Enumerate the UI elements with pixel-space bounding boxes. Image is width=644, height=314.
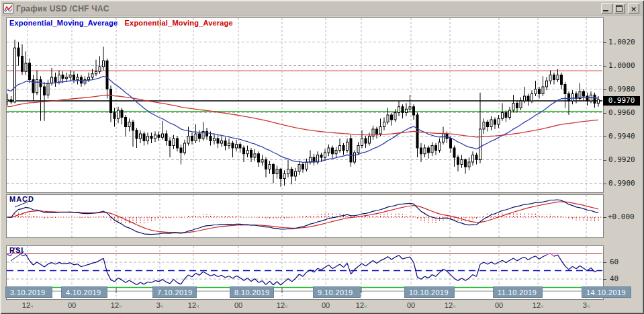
candle-body <box>339 146 341 151</box>
price-axis-label: 0.9980 <box>608 85 635 93</box>
maximize-button[interactable] <box>614 3 625 13</box>
candle-body <box>549 75 551 81</box>
candle-body <box>524 96 526 101</box>
candle-body <box>147 136 149 141</box>
rsi-line-segment <box>425 276 429 278</box>
rsi-line-segment <box>56 262 60 264</box>
rsi-line-segment <box>122 280 126 282</box>
candle-body <box>224 141 226 146</box>
rsi-line-segment <box>207 274 211 276</box>
candle-body <box>328 148 330 153</box>
rsi-line-segment <box>340 264 344 268</box>
rsi-line-segment <box>399 256 403 260</box>
candle-body <box>468 162 470 167</box>
candle-body <box>398 107 400 113</box>
rsi-line-segment <box>126 280 130 282</box>
price-chart-canvas[interactable] <box>7 18 603 192</box>
candle-body <box>21 56 24 72</box>
candle-body <box>173 139 175 146</box>
candle-body <box>347 142 349 150</box>
candle-body <box>95 71 97 74</box>
candle-body <box>406 109 408 112</box>
rsi-line-segment <box>181 278 185 284</box>
candle-body <box>17 48 19 56</box>
candle-body <box>361 139 363 146</box>
candle-body <box>553 75 555 80</box>
candle-body <box>483 122 485 130</box>
candle-body <box>143 134 145 141</box>
rsi-line-segment <box>465 278 469 281</box>
time-axis-label: 00 <box>228 301 248 309</box>
candle-body <box>276 169 278 174</box>
candle-body <box>443 134 445 142</box>
candle-body <box>431 146 433 153</box>
close-button[interactable]: × <box>628 3 639 13</box>
time-axis-label: 12ч <box>440 301 460 309</box>
rsi-line-segment <box>248 278 252 281</box>
rsi-line-segment <box>539 257 543 259</box>
rsi-line-segment <box>174 279 178 282</box>
rsi-line-segment <box>558 255 562 261</box>
candle-body <box>66 77 68 79</box>
rsi-line-segment <box>133 282 137 284</box>
price-pane[interactable]: Exponential_Moving_Average Exponential_M… <box>6 17 604 193</box>
rsi-line-segment <box>22 255 26 256</box>
rsi-line-segment <box>111 280 115 281</box>
hour-suffix: ч <box>196 303 199 309</box>
rsi-line-segment <box>170 279 174 283</box>
candle-body <box>512 104 514 111</box>
rsi-pane[interactable]: RSI <box>6 245 604 300</box>
price-axis-label: 1.0020 <box>608 38 635 46</box>
candle-body <box>73 75 75 80</box>
title-bar[interactable]: График USD /CHF ЧАС × <box>2 2 642 15</box>
rsi-line-segment <box>406 257 410 258</box>
indicator-legend: Exponential_Moving_Average Exponential_M… <box>9 19 233 27</box>
candle-body <box>54 77 56 82</box>
candle-body <box>246 151 248 154</box>
candle-body <box>283 174 285 179</box>
candle-body <box>29 63 31 80</box>
rsi-line-segment <box>332 267 336 269</box>
candle-body <box>228 143 230 146</box>
rsi-chart-canvas[interactable] <box>7 246 603 299</box>
candle-body <box>295 171 297 176</box>
candle-body <box>254 154 256 157</box>
time-axis-label: 3ч <box>576 301 596 309</box>
macd-chart-canvas[interactable] <box>7 195 603 237</box>
macd-axis-label: +0.000 <box>608 212 635 221</box>
rsi-line-segment <box>443 269 447 271</box>
candle-body <box>354 153 356 162</box>
candle-body <box>236 145 238 148</box>
chart-window-icon <box>3 3 13 13</box>
candle-body <box>453 148 455 157</box>
hour-suffix: ч <box>30 303 33 309</box>
rsi-line-segment <box>514 258 518 261</box>
hour-suffix: ч <box>587 303 590 309</box>
hour-suffix: ч <box>453 303 455 309</box>
rsi-line-segment <box>85 264 89 265</box>
time-axis-label: 12ч <box>106 301 126 309</box>
candle-body <box>369 136 371 144</box>
candle-body <box>583 91 585 96</box>
rsi-line-segment <box>473 274 477 276</box>
minimize-button[interactable] <box>601 3 612 13</box>
rsi-line-segment <box>532 256 536 258</box>
rsi-line-segment <box>392 257 396 260</box>
candle-body <box>310 157 312 162</box>
candle-body <box>332 148 334 154</box>
candle-body <box>465 160 467 167</box>
rsi-line-segment <box>185 275 189 279</box>
time-axis-label: 00 <box>401 301 421 309</box>
candle-body <box>47 83 49 95</box>
candle-body <box>110 89 112 113</box>
time-axis-label: 12ч <box>351 301 371 309</box>
candle-body <box>546 81 548 87</box>
candle-body <box>69 75 71 78</box>
candle-body <box>184 143 186 153</box>
candle-body <box>239 145 241 148</box>
macd-pane[interactable]: MACD <box>6 194 604 238</box>
candle-body <box>32 80 34 93</box>
candle-body <box>502 113 504 119</box>
rsi-line-segment <box>565 266 569 270</box>
time-axis-label: 12ч <box>17 301 38 309</box>
